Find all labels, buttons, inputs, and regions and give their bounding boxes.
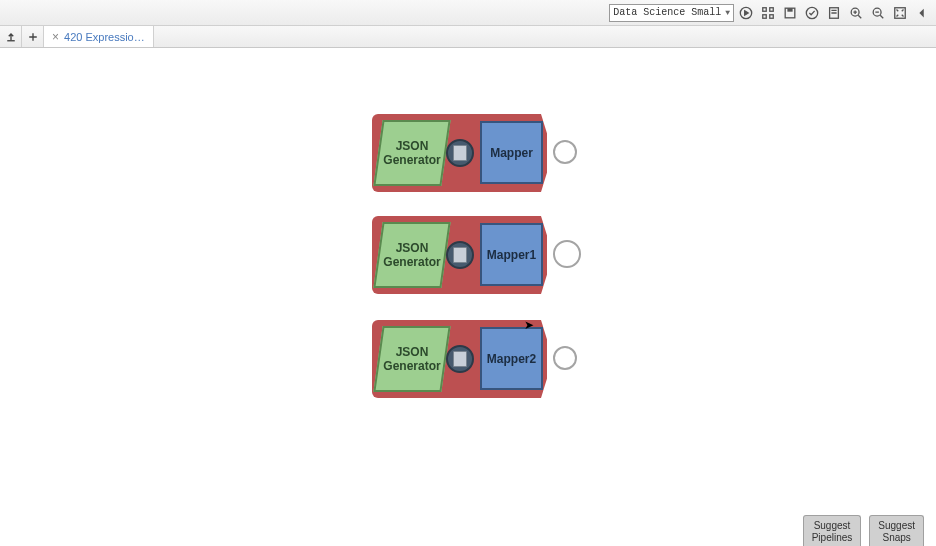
snap-label: Mapper1	[487, 248, 536, 262]
svg-rect-4	[770, 14, 774, 18]
svg-rect-2	[770, 7, 774, 11]
output-port-icon[interactable]	[553, 346, 577, 370]
pipeline-row: JSON Generator Mapper1	[372, 216, 582, 294]
suggest-snaps-button[interactable]: SuggestSnaps	[869, 515, 924, 546]
snaplex-dropdown[interactable]: Data Science Small ▼	[609, 4, 734, 22]
json-generator-snap[interactable]: JSON Generator	[373, 120, 450, 186]
svg-rect-6	[787, 8, 792, 12]
suggest-pipelines-button[interactable]: SuggestPipelines	[803, 515, 862, 546]
zoom-out-button[interactable]	[868, 3, 888, 23]
back-button[interactable]	[912, 3, 932, 23]
close-icon[interactable]: ×	[52, 30, 59, 44]
svg-rect-1	[763, 7, 767, 11]
pipeline-row: JSON Generator Mapper2	[372, 320, 582, 398]
suggest-bar: SuggestPipelines SuggestSnaps	[803, 515, 924, 546]
tab-bar: × 420 Expressio…	[0, 26, 936, 48]
notes-button[interactable]	[824, 3, 844, 23]
suggest-snaps-label: SuggestSnaps	[878, 520, 915, 543]
snap-label: JSON Generator	[382, 345, 442, 373]
fit-button[interactable]	[890, 3, 910, 23]
snap-label: Mapper	[490, 146, 533, 160]
zoom-in-button[interactable]	[846, 3, 866, 23]
output-port-icon[interactable]	[553, 240, 581, 268]
output-port-icon[interactable]	[553, 140, 577, 164]
tab-label: 420 Expressio…	[64, 31, 145, 43]
json-generator-snap[interactable]: JSON Generator	[373, 222, 450, 288]
chevron-down-icon: ▼	[725, 8, 730, 17]
connector-icon[interactable]	[446, 241, 474, 269]
snap-label: JSON Generator	[382, 139, 442, 167]
snap-label: Mapper2	[487, 352, 536, 366]
pipeline-tab[interactable]: × 420 Expressio…	[44, 26, 154, 47]
dropdown-label: Data Science Small	[613, 7, 721, 18]
connector-icon[interactable]	[446, 345, 474, 373]
suggest-pipelines-label: SuggestPipelines	[812, 520, 853, 543]
mapper-snap[interactable]: Mapper2	[480, 327, 543, 390]
connector-icon[interactable]	[446, 139, 474, 167]
top-toolbar: Data Science Small ▼	[0, 0, 936, 26]
pipeline-row: JSON Generator Mapper	[372, 114, 582, 192]
play-button[interactable]	[736, 3, 756, 23]
mapper-snap[interactable]: Mapper1	[480, 223, 543, 286]
pipeline-canvas[interactable]: JSON Generator Mapper JSON Generator Map…	[0, 48, 936, 546]
save-button[interactable]	[780, 3, 800, 23]
upload-button[interactable]	[0, 26, 22, 47]
snap-label: JSON Generator	[382, 241, 442, 269]
svg-rect-3	[763, 14, 767, 18]
mapper-snap[interactable]: Mapper	[480, 121, 543, 184]
json-generator-snap[interactable]: JSON Generator	[373, 326, 450, 392]
svg-rect-11	[895, 7, 906, 18]
add-tab-button[interactable]	[22, 26, 44, 47]
validate-button[interactable]	[802, 3, 822, 23]
grid-button[interactable]	[758, 3, 778, 23]
